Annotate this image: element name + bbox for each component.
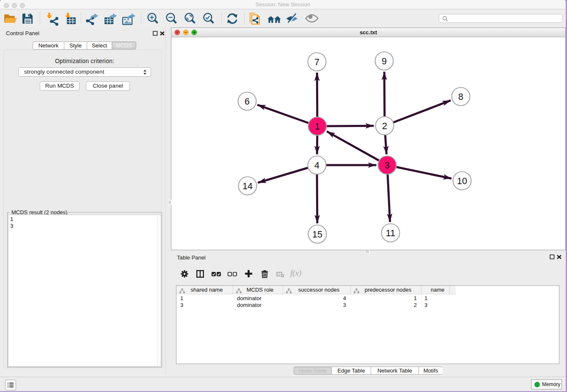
svg-text:9: 9 [382,56,387,66]
svg-text:4: 4 [314,160,319,171]
svg-text:14: 14 [242,181,253,191]
svg-text:15: 15 [312,229,322,240]
svg-text:8: 8 [458,92,463,102]
svg-text:10: 10 [457,176,467,186]
svg-text:6: 6 [245,97,250,107]
svg-text:11: 11 [386,228,395,238]
svg-text:2: 2 [382,121,387,131]
svg-text:3: 3 [385,160,390,171]
svg-text:1: 1 [315,121,320,132]
svg-text:7: 7 [314,57,319,67]
